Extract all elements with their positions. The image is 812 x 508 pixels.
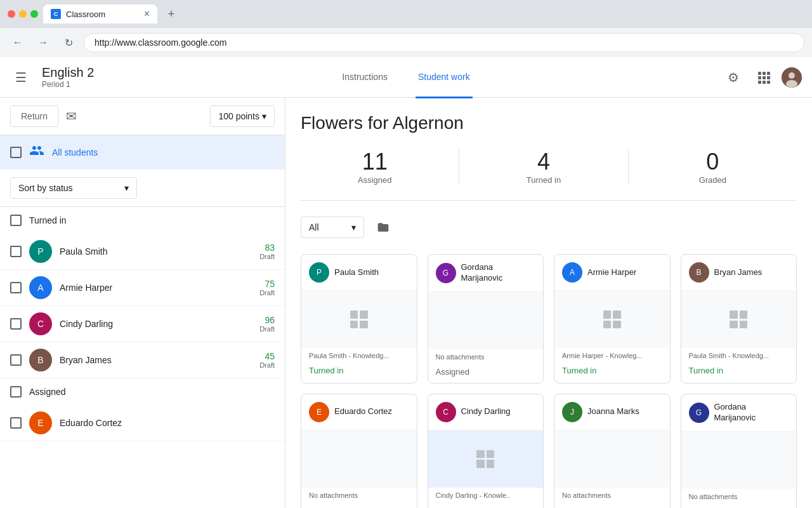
- card-avatar: E: [309, 402, 329, 422]
- card-thumb-icon: [730, 311, 747, 328]
- card-thumb-icon: [350, 311, 368, 328]
- student-name: Bryan James: [60, 355, 252, 365]
- student-checkbox[interactable]: [10, 318, 22, 330]
- student-name: Cindy Darling: [60, 319, 252, 329]
- filter-dropdown-icon: ▾: [351, 222, 356, 232]
- card-status: [428, 503, 544, 508]
- student-card[interactable]: C Cindy Darling Cindy Darling - Knowle..: [428, 394, 544, 508]
- return-button[interactable]: Return: [10, 105, 58, 127]
- card-body: [554, 291, 670, 348]
- student-row[interactable]: A Armie Harper 75 Draft: [0, 270, 285, 306]
- student-row[interactable]: C Cindy Darling 96 Draft: [0, 306, 285, 342]
- card-name: Armie Harper: [587, 267, 636, 278]
- card-name: Joanna Marks: [587, 406, 639, 417]
- app-subtitle: Period 1: [42, 80, 94, 89]
- close-dot[interactable]: [8, 10, 15, 18]
- student-cards-grid: P Paula Smith Paula Smith - Knowledg... …: [301, 254, 797, 508]
- filter-selector[interactable]: All ▾: [301, 217, 364, 238]
- menu-button[interactable]: ☰: [10, 65, 32, 90]
- assigned-checkbox[interactable]: [10, 386, 22, 398]
- app: ☰ English 2 Period 1 Instructions Studen…: [0, 57, 812, 508]
- svg-rect-7: [763, 81, 766, 84]
- student-row[interactable]: P Paula Smith 83 Draft: [0, 234, 285, 270]
- card-body: [681, 291, 797, 348]
- svg-rect-8: [767, 81, 770, 84]
- header-left: ☰ English 2 Period 1: [10, 65, 137, 90]
- card-avatar: G: [436, 263, 456, 283]
- tab-close-button[interactable]: ×: [144, 8, 150, 20]
- stat-assigned-number: 11: [301, 149, 449, 175]
- assigned-label: Assigned: [29, 387, 66, 397]
- points-dropdown-icon: ▾: [262, 111, 266, 121]
- points-selector[interactable]: 100 points ▾: [210, 105, 275, 127]
- student-row[interactable]: E Eduardo Cortez: [0, 405, 285, 441]
- svg-point-11: [786, 80, 797, 88]
- stat-turned-in-label: Turned in: [469, 175, 617, 185]
- sort-selector[interactable]: Sort by status ▾: [10, 177, 137, 199]
- apps-button[interactable]: [751, 65, 776, 90]
- card-status: Turned in: [554, 363, 670, 382]
- card-name: Gordana Marijanovic: [714, 402, 789, 424]
- all-students-checkbox[interactable]: [10, 147, 22, 158]
- card-avatar: B: [689, 262, 709, 283]
- mail-button[interactable]: ✉: [66, 109, 77, 124]
- settings-button[interactable]: ⚙: [721, 65, 746, 90]
- student-score: 75 Draft: [259, 279, 275, 297]
- back-button[interactable]: ←: [8, 32, 28, 53]
- address-bar[interactable]: http://www.classroom.google.com: [84, 33, 804, 52]
- app-header: ☰ English 2 Period 1 Instructions Studen…: [0, 57, 812, 98]
- card-status: Turned in: [681, 363, 797, 382]
- student-card[interactable]: B Bryan James Paula Smith - Knowledg... …: [681, 254, 797, 384]
- browser-tab[interactable]: C Classroom ×: [43, 4, 157, 23]
- card-name: Gordana Marijanovic: [461, 262, 536, 284]
- turned-in-checkbox[interactable]: [10, 215, 22, 226]
- student-checkbox[interactable]: [10, 282, 22, 293]
- folder-button[interactable]: [372, 216, 395, 239]
- stat-graded-number: 0: [639, 149, 787, 175]
- card-body: [428, 292, 544, 349]
- svg-rect-4: [763, 76, 766, 79]
- new-tab-button[interactable]: +: [162, 5, 180, 23]
- svg-rect-3: [758, 76, 761, 79]
- card-header: G Gordana Marijanovic: [428, 255, 544, 292]
- reload-button[interactable]: ↻: [58, 32, 79, 53]
- student-card[interactable]: J Joanna Marks No attachments: [554, 394, 671, 508]
- user-avatar[interactable]: [782, 67, 802, 88]
- maximize-dot[interactable]: [30, 10, 38, 18]
- student-score: 83 Draft: [259, 243, 275, 260]
- student-name: Eduardo Cortez: [60, 418, 267, 428]
- student-score: 96 Draft: [259, 315, 275, 333]
- all-students-row[interactable]: All students: [0, 135, 285, 170]
- student-checkbox[interactable]: [10, 417, 22, 429]
- tab-instructions[interactable]: Instructions: [339, 58, 390, 98]
- student-row[interactable]: B Bryan James 45 Draft: [0, 342, 285, 378]
- tab-favicon: C: [51, 9, 61, 19]
- svg-rect-0: [758, 72, 761, 75]
- stat-assigned: 11 Assigned: [301, 149, 459, 185]
- card-attachment: No attachments: [301, 488, 417, 503]
- card-avatar: G: [689, 403, 709, 423]
- app-title: English 2: [42, 65, 94, 80]
- student-checkbox[interactable]: [10, 354, 22, 366]
- turned-in-section-header: Turned in: [0, 207, 285, 234]
- header-right: ⚙: [675, 65, 802, 90]
- assigned-students-list: E Eduardo Cortez: [0, 405, 285, 441]
- tab-student-work[interactable]: Student work: [416, 58, 473, 98]
- minimize-dot[interactable]: [19, 10, 27, 18]
- stat-turned-in-number: 4: [469, 149, 617, 175]
- student-card[interactable]: G Gordana Marijanovic No attachments: [681, 394, 797, 508]
- card-avatar: J: [562, 402, 582, 422]
- card-attachment: No attachments: [681, 489, 797, 504]
- student-card[interactable]: E Eduardo Cortez No attachments: [301, 394, 417, 508]
- stat-graded-label: Graded: [639, 175, 787, 185]
- forward-button[interactable]: →: [33, 32, 53, 53]
- student-checkbox[interactable]: [10, 246, 22, 257]
- student-card[interactable]: A Armie Harper Armie Harper - Knowleg...…: [554, 254, 671, 384]
- student-name: Paula Smith: [60, 246, 252, 257]
- student-card[interactable]: P Paula Smith Paula Smith - Knowledg... …: [301, 254, 417, 384]
- student-card[interactable]: G Gordana Marijanovic No attachments Ass…: [428, 254, 544, 384]
- card-body: [301, 291, 417, 348]
- svg-rect-2: [767, 72, 770, 75]
- student-avatar: P: [29, 240, 52, 263]
- student-avatar: C: [29, 312, 52, 335]
